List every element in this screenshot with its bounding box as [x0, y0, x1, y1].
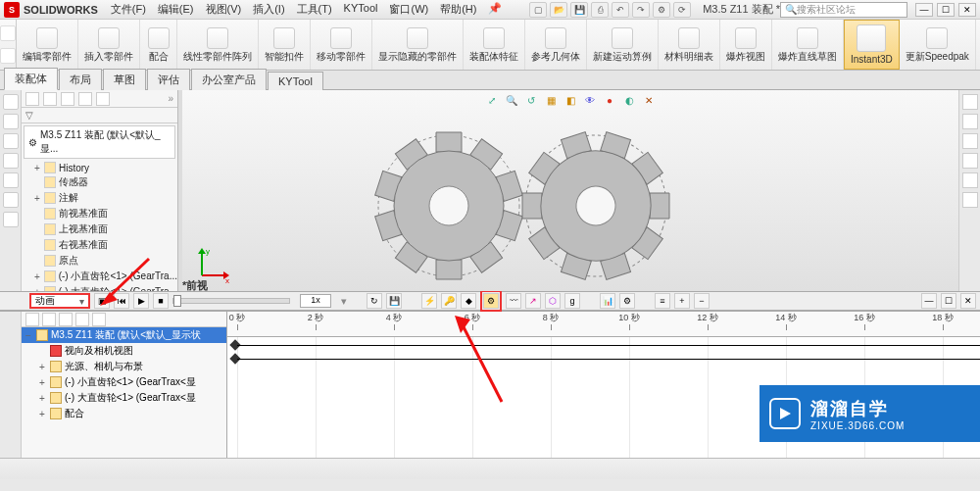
- properties-button[interactable]: ⚙: [619, 293, 635, 309]
- ribbon-bom[interactable]: 材料明细表: [659, 20, 720, 70]
- feature-manager-tree[interactable]: » ▽ ⚙ M3.5 Z11 装配 (默认<默认_显... +History 传…: [22, 90, 178, 291]
- play-start-button[interactable]: ⏮: [114, 293, 129, 309]
- restore-button[interactable]: ☐: [937, 3, 955, 17]
- gutter-icon[interactable]: [3, 114, 19, 129]
- vp-section-icon[interactable]: ▦: [543, 92, 559, 108]
- tl-node-gear1[interactable]: +(-) 小直齿轮<1> (GearTrax<显: [35, 374, 226, 390]
- timeline-ruler[interactable]: 0 秒 2 秒 4 秒 6 秒 8 秒 10 秒 12 秒 14 秒 16 秒 …: [227, 312, 980, 337]
- ribbon-ref-geom[interactable]: 参考几何体: [525, 20, 587, 70]
- ft-root-node[interactable]: ⚙ M3.5 Z11 装配 (默认<默认_显...: [24, 125, 175, 159]
- search-input[interactable]: 🔍 搜索社区论坛: [780, 2, 907, 18]
- tab-evaluate[interactable]: 评估: [147, 69, 190, 90]
- calculate-button[interactable]: ▣: [94, 293, 110, 309]
- qab-undo-icon[interactable]: ↶: [612, 2, 629, 18]
- addkey-button[interactable]: ◆: [461, 293, 476, 309]
- ft-tab-icon[interactable]: [25, 92, 39, 106]
- tab-sketch[interactable]: 草图: [103, 69, 146, 90]
- ribbon-show-hide[interactable]: 显示隐藏的零部件: [372, 20, 464, 70]
- results-button[interactable]: 📊: [600, 293, 615, 309]
- ribbon-new-motion[interactable]: 新建运动算例: [587, 20, 659, 70]
- vp-hide-icon[interactable]: ✕: [641, 92, 657, 108]
- stop-button[interactable]: ■: [153, 293, 169, 309]
- taskpane-icon[interactable]: [962, 192, 978, 208]
- tl-filter-icon[interactable]: [75, 313, 89, 326]
- save-animation-button[interactable]: 💾: [386, 293, 402, 309]
- ribbon-linear-pattern[interactable]: 线性零部件阵列: [177, 20, 259, 70]
- menu-edit[interactable]: 编辑(E): [153, 0, 199, 19]
- vtool-icon[interactable]: [0, 25, 16, 41]
- slider-thumb[interactable]: [173, 295, 181, 307]
- vp-display-icon[interactable]: ◧: [563, 92, 578, 108]
- ft-tab-icon[interactable]: [96, 92, 110, 106]
- ribbon-edit-part[interactable]: 编辑零部件: [17, 20, 78, 70]
- spring-button[interactable]: 〰: [506, 293, 521, 309]
- zoom-in-button[interactable]: +: [674, 293, 690, 309]
- motor-button[interactable]: ⚙: [483, 293, 499, 309]
- gutter-icon[interactable]: [3, 133, 19, 149]
- play-button[interactable]: ▶: [133, 293, 149, 309]
- menu-window[interactable]: 窗口(W): [384, 0, 433, 19]
- vtool-icon[interactable]: [0, 48, 16, 64]
- ribbon-move-part[interactable]: 移动零部件: [311, 20, 372, 70]
- tl-node-lights[interactable]: +光源、相机与布景: [35, 359, 226, 374]
- gutter-icon[interactable]: [3, 94, 19, 110]
- taskpane-icon[interactable]: [962, 114, 978, 129]
- gutter-icon[interactable]: [3, 212, 19, 227]
- mdi-min-icon[interactable]: —: [921, 293, 937, 309]
- tl-node-orientation[interactable]: 视向及相机视图: [35, 343, 226, 359]
- autokey-button[interactable]: 🔑: [441, 293, 457, 309]
- menu-insert[interactable]: 插入(I): [248, 0, 289, 19]
- ft-tab-icon[interactable]: [78, 92, 92, 106]
- graphics-viewport[interactable]: ⤢ 🔍 ↺ ▦ ◧ 👁 ● ◐ ✕: [182, 90, 958, 291]
- tab-kytool[interactable]: KYTool: [268, 72, 323, 90]
- taskpane-icon[interactable]: [962, 94, 978, 110]
- contact-button[interactable]: ⬡: [545, 293, 561, 309]
- mdi-close-icon[interactable]: ✕: [960, 293, 976, 309]
- ft-node-sensors[interactable]: 传感器: [33, 174, 177, 190]
- timeline-tree[interactable]: −M3.5 Z11 装配 (默认<默认_显示状 视向及相机视图 +光源、相机与布…: [22, 312, 227, 458]
- ft-tab-icon[interactable]: [61, 92, 74, 106]
- ft-node-annotations[interactable]: +注解: [33, 190, 177, 206]
- ft-node-gear1[interactable]: +(-) 小直齿轮<1> (GearTra...: [33, 269, 177, 284]
- force-button[interactable]: ↗: [525, 293, 541, 309]
- ft-node-top-plane[interactable]: 上视基准面: [33, 221, 177, 237]
- ft-node-gear2[interactable]: +(-) 大直齿轮<1> (GearTra...: [33, 284, 177, 291]
- minimize-button[interactable]: —: [915, 3, 933, 17]
- tab-assembly[interactable]: 装配体: [4, 68, 58, 90]
- collapse-button[interactable]: ≡: [655, 293, 670, 309]
- loop-button[interactable]: ↻: [367, 293, 382, 309]
- ribbon-assembly-feature[interactable]: 装配体特征: [464, 20, 525, 70]
- tl-root-node[interactable]: −M3.5 Z11 装配 (默认<默认_显示状: [22, 327, 226, 343]
- ft-node-origin[interactable]: 原点: [33, 253, 177, 269]
- menu-tools[interactable]: 工具(T): [292, 0, 337, 19]
- tl-node-gear2[interactable]: +(-) 大直齿轮<1> (GearTrax<显: [35, 390, 226, 406]
- ft-filter[interactable]: ▽: [22, 108, 177, 123]
- vp-rotate-icon[interactable]: ↺: [523, 92, 539, 108]
- qab-new-icon[interactable]: ▢: [529, 2, 547, 18]
- tl-node-mates[interactable]: +配合: [35, 406, 226, 421]
- motion-type-dropdown[interactable]: 动画 ▾: [29, 293, 90, 309]
- playback-speed[interactable]: 1x: [300, 294, 331, 308]
- tab-layout[interactable]: 布局: [59, 69, 102, 90]
- mdi-max-icon[interactable]: ☐: [941, 293, 956, 309]
- menu-help[interactable]: 帮助(H): [435, 0, 481, 19]
- gutter-icon[interactable]: [3, 192, 19, 208]
- tab-office[interactable]: 办公室产品: [191, 69, 267, 90]
- vp-zoom-fit-icon[interactable]: ⤢: [484, 92, 500, 108]
- ft-node-right-plane[interactable]: 右视基准面: [33, 237, 177, 253]
- zoom-out-button[interactable]: −: [694, 293, 710, 309]
- menu-pin-icon[interactable]: 📌: [483, 0, 507, 19]
- qab-open-icon[interactable]: 📂: [550, 2, 567, 18]
- playback-slider[interactable]: [172, 298, 290, 304]
- gutter-icon[interactable]: [3, 172, 19, 188]
- ribbon-insert-part[interactable]: 插入零部件: [78, 20, 140, 70]
- menu-view[interactable]: 视图(V): [201, 0, 247, 19]
- ribbon-smart-fasteners[interactable]: 智能扣件: [259, 20, 311, 70]
- vp-appearance-icon[interactable]: ●: [602, 92, 617, 108]
- ribbon-speedpak[interactable]: 更新Speedpak: [900, 20, 976, 70]
- ribbon-snapshot[interactable]: 拍快照: [976, 20, 980, 70]
- qab-rebuild-icon[interactable]: ⟳: [673, 2, 691, 18]
- vp-visibility-icon[interactable]: 👁: [582, 92, 598, 108]
- ribbon-instant3d[interactable]: Instant3D: [844, 20, 900, 70]
- animation-wizard-button[interactable]: ⚡: [421, 293, 437, 309]
